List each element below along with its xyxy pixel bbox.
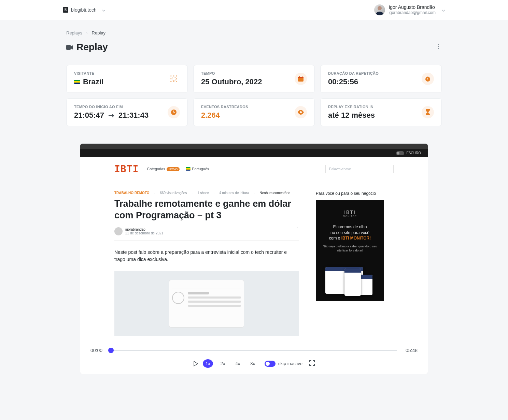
breadcrumb-parent[interactable]: Replays	[66, 30, 82, 35]
breadcrumb: Replays › Replay	[66, 30, 442, 35]
page-title: Replay	[66, 42, 108, 53]
svg-point-0	[378, 6, 382, 10]
speed-1x-button[interactable]: 1x	[203, 359, 213, 368]
skip-inactive-label: skip inactive	[278, 361, 302, 366]
speed-8x-button[interactable]: 8x	[248, 359, 258, 368]
svg-rect-16	[299, 76, 300, 77]
player-controls: 00:00 05:48 1x 2x 4x 8x skip inactive	[80, 340, 428, 374]
stat-start-end: TEMPO DO INÍCIO AO FIM 21:05:47 21:31:43	[66, 98, 188, 126]
svg-point-22	[300, 111, 302, 113]
chevron-down-icon	[442, 7, 445, 13]
svg-rect-17	[302, 76, 302, 77]
svg-rect-20	[427, 78, 428, 79]
site-logo: IBTI	[114, 163, 139, 175]
svg-rect-15	[298, 77, 304, 78]
svg-point-4	[438, 48, 439, 49]
kebab-menu-button[interactable]	[435, 42, 442, 52]
svg-point-7	[176, 75, 177, 76]
user-name: Igor Augusto Brandão	[389, 4, 436, 10]
clock-icon	[168, 106, 180, 118]
user-menu[interactable]: Igor Augusto Brandão igorabrandao@gmail.…	[374, 4, 445, 16]
dark-mode-toggle	[396, 151, 404, 155]
stat-time: TEMPO 25 Outubro, 2022	[193, 65, 315, 93]
breadcrumb-current: Replay	[92, 30, 105, 35]
site-selector[interactable]: B blogibti.tech	[63, 7, 105, 13]
user-email: igorabrandao@gmail.com	[389, 10, 436, 16]
current-time: 00:00	[90, 348, 105, 353]
site-favicon: B	[63, 7, 68, 13]
svg-point-6	[173, 75, 174, 76]
stat-duration: DURAÇÃO DA REPETIÇÃO 00:25:56	[320, 65, 442, 93]
nav-categories: CategoriasNOVO	[147, 167, 180, 171]
search-input: Palavra-chave	[325, 165, 394, 173]
replay-frame: ESCURO IBTI CategoriasNOVO Português Pal…	[80, 143, 428, 375]
nav-language: Português	[186, 167, 209, 171]
fullscreen-button[interactable]	[309, 360, 315, 367]
stat-expiration: REPLAY EXPIRATION IN até 12 mêses	[320, 98, 442, 126]
svg-point-12	[176, 81, 177, 82]
svg-point-8	[171, 78, 171, 79]
video-camera-icon	[66, 42, 73, 53]
arrow-right-icon	[108, 111, 114, 120]
fingerprint-icon	[168, 73, 180, 85]
post-featured-image	[114, 271, 299, 336]
hourglass-icon	[422, 106, 434, 118]
eye-icon	[295, 106, 307, 118]
svg-point-2	[438, 44, 439, 45]
brazil-flag-icon	[74, 80, 80, 84]
svg-point-3	[438, 46, 439, 47]
timeline-thumb[interactable]	[108, 348, 114, 353]
replay-viewport[interactable]: ESCURO IBTI CategoriasNOVO Português Pal…	[80, 144, 428, 341]
play-button[interactable]	[193, 361, 198, 366]
skip-inactive-toggle[interactable]	[265, 361, 276, 367]
speed-2x-button[interactable]: 2x	[218, 359, 228, 368]
stopwatch-icon	[422, 73, 434, 85]
timeline-scrubber[interactable]	[111, 350, 397, 351]
svg-rect-19	[427, 76, 428, 76]
svg-point-10	[171, 81, 171, 82]
chevron-right-icon: ›	[86, 30, 88, 35]
total-time: 05:48	[403, 348, 418, 353]
post-title: Trabalhe remotamente e ganhe em dólar co…	[114, 198, 299, 221]
post-excerpt: Neste post falo sobre a preparação para …	[114, 249, 299, 263]
user-info: Igor Augusto Brandão igorabrandao@gmail.…	[389, 4, 436, 16]
svg-point-11	[173, 81, 174, 82]
chevron-down-icon	[102, 7, 105, 13]
svg-rect-1	[66, 45, 71, 50]
sidebar-ad: IBTI MONITOR Ficaremos de olho no seu si…	[316, 200, 384, 301]
svg-point-9	[176, 78, 177, 79]
calendar-icon	[295, 73, 307, 85]
svg-rect-13	[172, 77, 175, 80]
user-avatar	[374, 4, 385, 15]
stat-visitor: VISITANTE Brazil	[66, 65, 188, 93]
svg-point-5	[171, 75, 171, 76]
author-avatar	[114, 227, 123, 235]
site-name: blogibti.tech	[71, 7, 97, 13]
speed-4x-button[interactable]: 4x	[233, 359, 243, 368]
stat-events: EVENTOS RASTREADOS 2.264	[193, 98, 315, 126]
